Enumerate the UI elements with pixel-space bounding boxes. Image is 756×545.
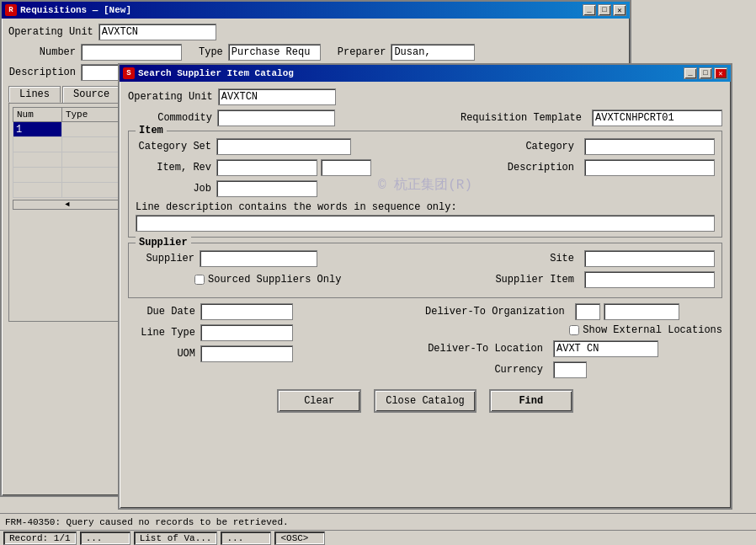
category-set-row: Category Set Category	[136, 138, 715, 155]
item-section: Item Category Set Category Item, Rev Des…	[128, 131, 722, 238]
job-input[interactable]	[216, 180, 317, 197]
maximize-button[interactable]: □	[598, 4, 611, 16]
category-label: Category	[515, 141, 574, 152]
item-rev-input2[interactable]	[321, 159, 371, 176]
table-row[interactable]: 1	[13, 122, 122, 137]
supplier-item-label: Supplier Item	[495, 274, 574, 286]
tab-lines[interactable]: Lines	[8, 86, 61, 103]
dialog-close-button[interactable]: ✕	[714, 67, 727, 79]
supplier-item-input[interactable]	[584, 271, 715, 288]
preparer-input[interactable]	[391, 44, 475, 61]
lines-table: Num Type 1	[13, 107, 122, 198]
bg-window-title: Requisitions — [New]	[20, 5, 131, 15]
dialog-icon: S	[123, 67, 135, 79]
deliver-to-location-input[interactable]	[553, 340, 658, 357]
description-label: Description	[8, 67, 76, 78]
dialog-operating-unit-input[interactable]	[218, 88, 336, 105]
status-bar: FRM-40350: Query caused no records to be…	[0, 513, 756, 545]
uom-row: UOM	[128, 345, 425, 362]
supplier-section-title: Supplier	[136, 237, 191, 248]
record-indicator: Record: 1/1	[3, 532, 77, 545]
type-label: Type	[199, 46, 223, 58]
dialog-req-template-input[interactable]	[592, 110, 722, 126]
category-set-input[interactable]	[216, 138, 351, 155]
grid-area: Num Type 1	[13, 107, 122, 230]
type-input[interactable]	[228, 44, 321, 61]
bg-window-icon: R	[5, 4, 17, 16]
sourced-suppliers-label[interactable]: Sourced Suppliers Only	[194, 274, 341, 286]
status-seg-3: ...	[221, 532, 271, 545]
sourced-suppliers-checkbox[interactable]	[194, 275, 205, 285]
deliver-to-org-input[interactable]	[604, 303, 679, 320]
status-bottom: Record: 1/1 ... List of Va... ... <OSC>	[0, 531, 756, 545]
site-label: Site	[540, 253, 574, 264]
deliver-to-org-label: Deliver-To Organization	[425, 306, 565, 318]
dialog-minimize-button[interactable]: _	[684, 67, 697, 79]
line-type-input[interactable]	[200, 324, 293, 341]
sourced-suppliers-row: Sourced Suppliers Only Supplier Item	[136, 271, 715, 288]
uom-input[interactable]	[200, 345, 293, 362]
dialog-form: Operating Unit Commodity Requisition Tem…	[120, 82, 731, 419]
cell-num: 1	[13, 122, 62, 137]
close-button[interactable]: ✕	[613, 4, 626, 16]
bottom-left: Due Date Line Type UOM	[128, 303, 425, 382]
item-desc-input[interactable]	[584, 159, 715, 176]
dialog-maximize-button[interactable]: □	[699, 67, 712, 79]
dialog-title-bar: S Search Supplier Item Catalog _ □ ✕	[120, 65, 731, 82]
show-external-label[interactable]: Show External Locations	[569, 324, 722, 336]
status-seg-1: ...	[80, 532, 130, 545]
number-input[interactable]	[81, 44, 182, 61]
find-button[interactable]: Find	[489, 389, 573, 413]
supplier-row: Supplier Site	[136, 250, 715, 267]
table-row[interactable]	[13, 137, 122, 152]
dialog-operating-unit-label: Operating Unit	[128, 91, 213, 103]
job-row: Job	[136, 180, 715, 197]
table-row[interactable]	[13, 183, 122, 198]
site-input[interactable]	[584, 250, 715, 267]
supplier-input[interactable]	[200, 250, 317, 267]
due-date-label: Due Date	[128, 306, 195, 318]
minimize-button[interactable]: _	[583, 4, 596, 16]
clear-button[interactable]: Clear	[277, 389, 361, 413]
line-type-row: Line Type	[128, 324, 425, 341]
status-message: FRM-40350: Query caused no records to be…	[0, 514, 756, 531]
search-supplier-dialog: S Search Supplier Item Catalog _ □ ✕ Ope…	[118, 63, 732, 510]
category-input[interactable]	[584, 138, 715, 155]
bottom-fields: Due Date Line Type UOM Deliver-To Organi…	[128, 303, 722, 382]
item-section-title: Item	[136, 125, 167, 136]
dialog-commodity-row: Commodity Requisition Template	[128, 110, 722, 126]
close-catalog-button[interactable]: Close Catalog	[374, 389, 476, 413]
currency-label: Currency	[425, 364, 543, 376]
number-label: Number	[8, 46, 76, 58]
bg-title-bar: R Requisitions — [New] _ □ ✕	[2, 2, 630, 19]
dialog-title: Search Supplier Item Catalog	[138, 68, 294, 78]
uom-label: UOM	[128, 348, 195, 360]
item-rev-row: Item, Rev Description	[136, 159, 715, 176]
dialog-title-buttons: _ □ ✕	[684, 67, 727, 79]
due-date-input[interactable]	[200, 303, 293, 320]
deliver-to-org-row: Deliver-To Organization	[425, 303, 722, 320]
table-row[interactable]	[13, 152, 122, 168]
category-set-label: Category Set	[136, 141, 211, 152]
operating-unit-row: Operating Unit	[8, 24, 623, 40]
status-seg-2: List of Va...	[134, 532, 218, 545]
operating-unit-input[interactable]	[98, 24, 216, 40]
supplier-section: Supplier Supplier Site Sourced Suppliers…	[128, 243, 722, 298]
operating-unit-label: Operating Unit	[8, 26, 93, 38]
line-desc-input[interactable]	[136, 215, 715, 232]
item-rev-input[interactable]	[216, 159, 317, 176]
item-desc-label: Description	[508, 162, 574, 174]
col-num: Num	[13, 108, 62, 122]
preparer-label: Preparer	[338, 46, 386, 58]
show-external-checkbox[interactable]	[569, 325, 579, 335]
currency-input[interactable]	[553, 361, 587, 378]
bottom-right: Deliver-To Organization Show External Lo…	[425, 303, 722, 382]
supplier-label: Supplier	[136, 253, 194, 264]
deliver-to-org-code-input[interactable]	[575, 303, 600, 320]
dialog-commodity-input[interactable]	[217, 110, 335, 126]
table-row[interactable]	[13, 168, 122, 183]
dialog-operating-unit-row: Operating Unit	[128, 88, 722, 105]
tab-source[interactable]: Source	[62, 86, 120, 103]
scroll-indicator: ◄	[13, 200, 122, 210]
status-seg-4: <OSC>	[274, 532, 325, 545]
